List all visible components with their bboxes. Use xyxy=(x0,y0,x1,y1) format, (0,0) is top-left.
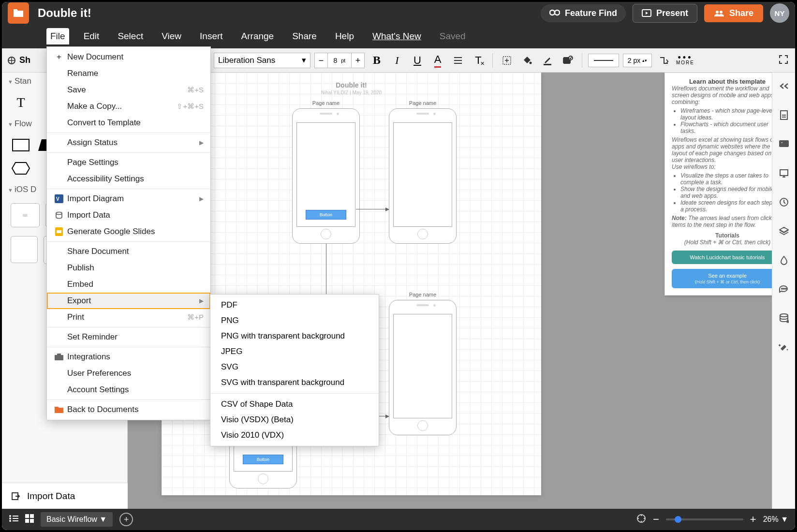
shapes-panel-toggle[interactable]: Sh xyxy=(7,55,30,65)
text-color-button[interactable]: A xyxy=(429,52,446,69)
file-user-preferences[interactable]: User Preferences xyxy=(47,365,210,382)
underline-button[interactable]: U xyxy=(409,52,426,69)
font-select[interactable]: Liberation Sans ▾ xyxy=(214,53,310,68)
zoom-value[interactable]: 26% ▼ xyxy=(763,515,788,524)
file-google-slides[interactable]: Generate Google Slides xyxy=(47,223,210,240)
export-svg[interactable]: SVG xyxy=(210,359,379,375)
comment-rail-icon[interactable]: " xyxy=(777,137,791,151)
line-route-button[interactable] xyxy=(656,52,672,69)
export-png[interactable]: PNG xyxy=(210,313,379,328)
chat-icon[interactable] xyxy=(777,282,791,296)
page-icon[interactable] xyxy=(777,108,791,122)
file-share-document[interactable]: Share Document xyxy=(47,243,210,260)
share-button[interactable]: Share xyxy=(704,4,763,22)
zoom-out-button[interactable]: − xyxy=(653,513,659,526)
menu-help[interactable]: Help xyxy=(331,28,358,44)
export-pdf[interactable]: PDF xyxy=(210,297,379,313)
zoom-slider[interactable] xyxy=(666,518,743,520)
menu-share[interactable]: Share xyxy=(288,28,321,44)
file-integrations[interactable]: Integrations xyxy=(47,349,210,365)
export-png-transparent[interactable]: PNG with transparent background xyxy=(210,328,379,344)
slides-icon xyxy=(54,227,64,236)
file-embed[interactable]: Embed xyxy=(47,276,210,293)
menu-insert[interactable]: Insert xyxy=(196,28,227,44)
drop-icon[interactable] xyxy=(777,253,791,267)
export-jpeg[interactable]: JPEG xyxy=(210,344,379,359)
shape-hexagon[interactable] xyxy=(11,160,31,177)
italic-button[interactable]: I xyxy=(389,52,405,69)
file-assign-status[interactable]: Assign Status▶ xyxy=(47,134,210,151)
layers-icon[interactable] xyxy=(777,224,791,238)
file-import-diagram[interactable]: VImport Diagram▶ xyxy=(47,191,210,207)
file-export[interactable]: Export▶ xyxy=(47,293,210,309)
device-blank2[interactable] xyxy=(11,236,38,263)
data-icon[interactable] xyxy=(777,311,791,325)
menu-view[interactable]: View xyxy=(158,28,185,44)
user-avatar[interactable]: NY xyxy=(770,3,789,23)
file-import-data[interactable]: Import Data xyxy=(47,207,210,223)
line-width-select[interactable]: 2 px ▴▾ xyxy=(623,54,652,67)
feature-find-button[interactable]: Feature Find xyxy=(541,4,626,22)
svg-point-1 xyxy=(555,10,560,15)
fill-color-button[interactable] xyxy=(519,52,535,69)
wireframe-phone-1[interactable]: Page name Button xyxy=(292,108,360,244)
grid-view-icon[interactable] xyxy=(25,514,34,525)
shape-rect[interactable] xyxy=(11,136,31,154)
shape-options-button[interactable] xyxy=(560,52,576,69)
text-shape[interactable]: T xyxy=(11,94,31,111)
export-vsdx[interactable]: Visio (VSDX) (Beta) xyxy=(210,412,379,428)
history-icon[interactable] xyxy=(777,195,791,209)
line-style-select[interactable] xyxy=(588,54,619,67)
watch-tutorials-button[interactable]: Watch Lucidchart basic tutorials 👆 xyxy=(672,251,783,264)
file-print[interactable]: Print⌘+P xyxy=(47,309,210,325)
menu-select[interactable]: Select xyxy=(114,28,147,44)
clear-format-button[interactable]: T✕ xyxy=(470,52,487,69)
device-se[interactable]: SE xyxy=(11,203,40,227)
page-select[interactable]: Basic Wireflow ▼ xyxy=(41,512,113,527)
target-icon[interactable] xyxy=(636,514,646,525)
menu-edit[interactable]: Edit xyxy=(80,28,103,44)
document-title[interactable]: Double it! xyxy=(38,6,541,20)
file-account-settings[interactable]: Account Settings xyxy=(47,382,210,398)
menu-arrange[interactable]: Arrange xyxy=(237,28,278,44)
line-color-button[interactable] xyxy=(539,52,556,69)
file-set-reminder[interactable]: Set Reminder xyxy=(47,329,210,345)
wireframe-phone-3[interactable]: Page name xyxy=(389,300,457,435)
file-accessibility[interactable]: Accessibility Settings xyxy=(47,171,210,187)
bold-button[interactable]: B xyxy=(369,52,385,69)
more-button[interactable]: •••MORE xyxy=(676,55,694,65)
list-view-icon[interactable] xyxy=(9,515,18,524)
font-size-increase[interactable]: + xyxy=(351,53,365,68)
file-rename[interactable]: Rename xyxy=(47,65,210,82)
file-convert-template[interactable]: Convert to Template xyxy=(47,115,210,131)
arrow-up xyxy=(326,244,326,300)
import-data-button[interactable]: Import Data xyxy=(2,483,128,509)
add-page-button[interactable]: + xyxy=(119,513,133,526)
zoom-in-button[interactable]: + xyxy=(750,513,756,526)
present-rail-icon[interactable] xyxy=(777,166,791,180)
file-page-settings[interactable]: Page Settings xyxy=(47,154,210,171)
fullscreen-button[interactable] xyxy=(779,55,788,66)
export-svg-transparent[interactable]: SVG with transparent background xyxy=(210,375,379,390)
export-vdx[interactable]: Visio 2010 (VDX) xyxy=(210,428,379,443)
wireframe-phone-2[interactable]: Page name xyxy=(389,108,457,244)
file-publish[interactable]: Publish xyxy=(47,260,210,276)
info-heading: Learn about this template xyxy=(672,78,783,85)
file-save[interactable]: Save⌘+S xyxy=(47,82,210,98)
file-make-copy[interactable]: Make a Copy...⇧+⌘+S xyxy=(47,98,210,115)
collapse-rail-icon[interactable] xyxy=(777,79,791,93)
align-button[interactable] xyxy=(450,52,466,69)
svg-rect-39 xyxy=(30,514,34,518)
menu-whats-new[interactable]: What's New xyxy=(369,28,425,44)
documents-folder-button[interactable] xyxy=(8,2,29,24)
place-icon[interactable] xyxy=(499,52,515,69)
magic-icon[interactable] xyxy=(777,340,791,354)
see-example-button[interactable]: See an example (Hold Shift + ⌘ or Ctrl, … xyxy=(672,269,783,288)
file-new-document[interactable]: +New Document xyxy=(47,49,210,65)
font-size-value[interactable]: 8 pt xyxy=(328,53,351,68)
present-button[interactable]: Present xyxy=(633,4,697,23)
file-back-to-documents[interactable]: Back to Documents xyxy=(47,401,210,418)
export-csv[interactable]: CSV of Shape Data xyxy=(210,397,379,412)
menu-file[interactable]: File xyxy=(46,28,69,44)
font-size-decrease[interactable]: − xyxy=(314,53,328,68)
